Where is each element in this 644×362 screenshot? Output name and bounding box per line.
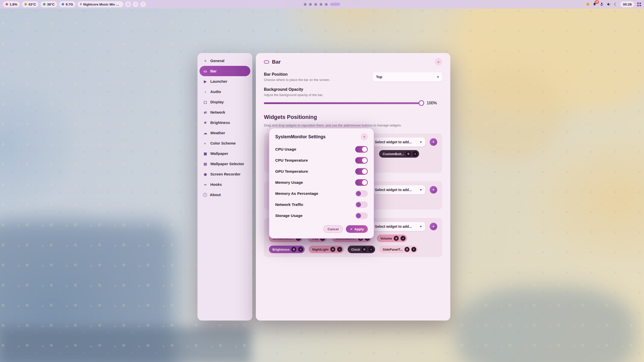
apply-button[interactable]: ✓ Apply <box>346 225 368 233</box>
memory-as-percentage-toggle[interactable] <box>355 190 368 197</box>
close-settings-button[interactable]: × <box>435 58 442 66</box>
memory-stat[interactable]: 9.7G <box>59 1 75 7</box>
widget-settings-button[interactable]: ⚙ <box>291 247 296 252</box>
sidebar-item-brightness[interactable]: ☀ Brightness <box>199 117 250 128</box>
widget-settings-button[interactable]: ⚙ <box>406 151 411 156</box>
workspace-dot-2[interactable] <box>309 3 312 6</box>
widget-remove-button[interactable]: × <box>413 151 418 156</box>
section-right-add-button[interactable]: + <box>430 223 437 230</box>
pause-icon[interactable]: ‖ <box>80 3 82 6</box>
display-icon: ▢ <box>203 100 208 104</box>
color-picker-icon[interactable] <box>586 3 589 6</box>
sidebar-item-general[interactable]: ≡ General <box>199 56 250 66</box>
gpu-temperature-toggle[interactable] <box>355 168 368 175</box>
widget-remove-button[interactable]: × <box>411 247 416 252</box>
volume-button[interactable] <box>607 2 611 6</box>
sidebar-item-wallpaper[interactable]: ▦ Wallpaper <box>199 148 250 159</box>
bar-position-setting: Bar Position Choose where to place the b… <box>264 72 330 82</box>
widget-chip-nightlight[interactable]: NightLight ⚙ × <box>309 246 344 253</box>
cancel-button[interactable]: Cancel <box>323 225 343 233</box>
widget-settings-button[interactable]: ⚙ <box>394 236 399 241</box>
sidebar-item-label: Hooks <box>210 182 222 187</box>
favorite-button-2[interactable]: ♡ <box>140 2 146 7</box>
section-right-add-dropdown[interactable]: Select widget to add... ▾ <box>371 222 425 231</box>
widgets-positioning-title: Widgets Positioning <box>264 114 442 120</box>
check-icon: ✓ <box>350 227 353 231</box>
workspace-dot-5[interactable] <box>325 3 328 6</box>
memory-usage-toggle[interactable] <box>355 179 368 186</box>
toggle-knob <box>362 180 367 185</box>
cpu-temp-stat[interactable]: 43°C <box>22 1 38 7</box>
widget-chip-label: SidePanelT... <box>383 248 403 251</box>
top-bar: 1.8% 43°C 38°C 9.7G ‖ Nightcore Music Mi… <box>0 0 644 9</box>
widget-remove-button[interactable]: × <box>337 247 342 252</box>
workspace-indicator <box>304 0 340 9</box>
cpu-usage-stat[interactable]: 1.8% <box>3 1 20 7</box>
gpu-temp-stat[interactable]: 38°C <box>41 1 57 7</box>
sidebar-item-hooks[interactable]: ∞ Hooks <box>199 179 250 190</box>
media-player-widget[interactable]: ‖ Nightcore Music Mix 20... <box>77 1 123 7</box>
notifications-button[interactable]: 10 <box>592 2 597 7</box>
workspace-active-pill[interactable] <box>330 3 340 6</box>
sidebar-item-bar[interactable]: ▭ Bar <box>199 66 250 76</box>
sidebar-item-color-scheme[interactable]: ◐ Color Scheme <box>199 138 250 148</box>
wallpaper-selector-icon: ▤ <box>203 162 208 166</box>
sidebar-item-screen-recorder[interactable]: ◉ Screen Recorder <box>199 169 250 179</box>
widget-settings-button[interactable]: ⚙ <box>362 247 367 252</box>
sidebar-item-audio[interactable]: ♪ Audio <box>199 86 250 97</box>
sidebar-item-display[interactable]: ▢ Display <box>199 97 250 107</box>
toggle-row-cpu-usage: CPU Usage <box>275 144 368 155</box>
widget-chip-custombutton[interactable]: CustomButt... ⚙ × <box>379 150 419 158</box>
workspace-dot-4[interactable] <box>320 3 323 6</box>
chevron-down-icon: ▾ <box>420 188 422 192</box>
cpu-usage-toggle[interactable] <box>355 146 368 153</box>
widget-chip-clock[interactable]: Clock ⚙ × <box>348 246 375 253</box>
sidebar-item-weather[interactable]: ☁ Weather <box>199 128 250 138</box>
wallpaper-stairs-shape <box>0 327 252 362</box>
cpu-usage-value: 1.8% <box>10 3 17 6</box>
workspace-dot-3[interactable] <box>314 3 317 6</box>
bar-position-dropdown[interactable]: Top ▾ <box>373 72 442 82</box>
favorite-button[interactable]: ♡ <box>133 2 138 7</box>
emote-button[interactable]: ☺ <box>125 2 131 7</box>
section-center-add-dropdown[interactable]: Select widget to add... ▾ <box>371 185 425 194</box>
cpu-temperature-toggle[interactable] <box>355 157 368 164</box>
palette-icon: ◐ <box>203 141 208 145</box>
section-center-add-button[interactable]: + <box>430 186 437 194</box>
sidebar-item-about[interactable]: i About <box>199 190 250 200</box>
sidebar-item-network[interactable]: ⇄ Network <box>199 107 250 117</box>
clock-widget[interactable]: 00:28 <box>620 1 634 7</box>
sidebar-item-label: Weather <box>210 131 225 135</box>
dialog-close-button[interactable]: × <box>361 133 368 140</box>
widget-remove-button[interactable]: × <box>298 247 303 252</box>
general-icon: ≡ <box>203 59 208 63</box>
top-bar-left: 1.8% 43°C 38°C 9.7G ‖ Nightcore Music Mi… <box>3 1 146 7</box>
network-traffic-toggle[interactable] <box>355 201 368 208</box>
sidebar-item-launcher[interactable]: ▶ Launcher <box>199 76 250 86</box>
sidebar-item-wallpaper-selector[interactable]: ▤ Wallpaper Selector <box>199 159 250 169</box>
night-light-button[interactable]: ☾ <box>614 2 617 7</box>
storage-usage-toggle[interactable] <box>355 212 368 219</box>
widget-chip-volume[interactable]: Volume ⚙ × <box>377 235 407 242</box>
widget-remove-button[interactable]: × <box>400 236 406 241</box>
gear-icon: ⚙ <box>406 248 408 251</box>
section-left-add-dropdown[interactable]: Select widget to add... ▾ <box>371 138 425 147</box>
workspace-dot-1[interactable] <box>304 3 307 6</box>
close-icon: × <box>363 135 365 139</box>
opacity-slider[interactable] <box>264 102 423 104</box>
widget-chip-brightness[interactable]: Brightness ⚙ × <box>269 246 305 253</box>
microphone-button[interactable] <box>600 2 604 6</box>
section-left-add-button[interactable]: + <box>430 138 437 146</box>
heart-icon: ♡ <box>134 3 137 6</box>
plus-icon: + <box>432 187 435 193</box>
close-icon: × <box>300 248 301 251</box>
widget-settings-button[interactable]: ⚙ <box>330 247 335 252</box>
widget-chip-sidepaneltoggle[interactable]: SidePanelT... ⚙ × <box>379 246 418 253</box>
widget-settings-button[interactable]: ⚙ <box>405 247 410 252</box>
widget-remove-button[interactable]: × <box>369 247 374 252</box>
opacity-slider-thumb[interactable] <box>419 100 424 106</box>
background-opacity-setting: Background Opacity Adjust the background… <box>264 87 442 105</box>
toggle-row-cpu-temperature: CPU Temperature <box>275 155 368 166</box>
gear-icon: ⚙ <box>407 152 410 156</box>
app-grid-button[interactable] <box>637 3 641 6</box>
